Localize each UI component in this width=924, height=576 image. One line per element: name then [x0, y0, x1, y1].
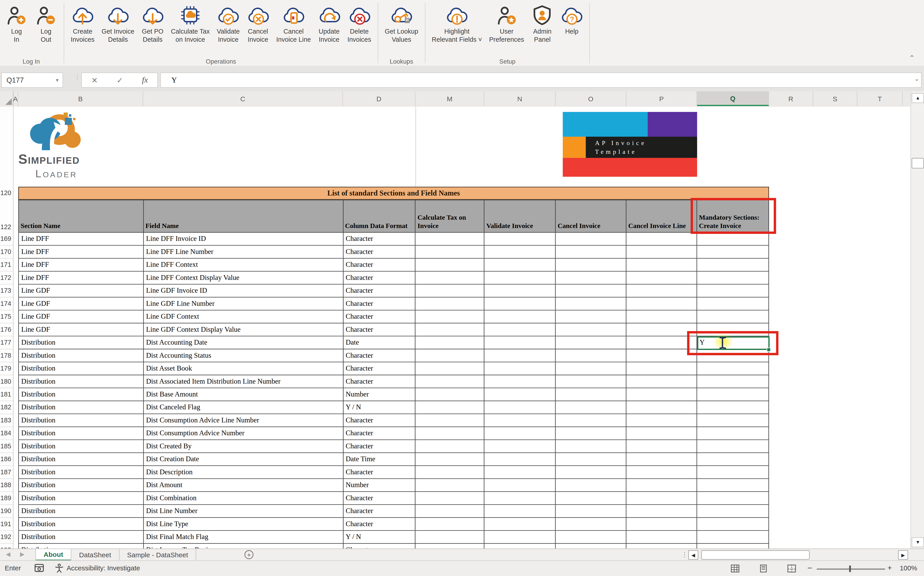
cancel-invoice-line-button[interactable]: CancelInvoice Line — [273, 1, 314, 43]
help-button[interactable]: ?Help — [557, 1, 586, 36]
cell-r170-c1[interactable]: Line DFF — [19, 246, 144, 258]
cancel-icon[interactable]: ✕ — [91, 76, 98, 85]
cell-r184-c4[interactable] — [416, 427, 485, 440]
cell-r175-c4[interactable] — [416, 310, 485, 323]
cell-r169-c6[interactable] — [556, 233, 626, 246]
cell-r184-c1[interactable]: Distribution — [19, 427, 144, 440]
cell-r186-c6[interactable] — [556, 453, 626, 466]
selection-fill-handle[interactable] — [767, 347, 770, 352]
cell-r186-c1[interactable]: Distribution — [19, 453, 144, 466]
log-in-button[interactable]: LogIn — [2, 1, 31, 43]
cell-r176-c2[interactable]: Line GDF Context Display Value — [144, 323, 343, 336]
cell-r187-c4[interactable] — [416, 466, 485, 479]
cell-r185-c4[interactable] — [416, 440, 485, 453]
sheet-tab-datasheet[interactable]: DataSheet — [72, 549, 120, 561]
column-header-P[interactable]: P — [626, 91, 697, 106]
zoom-out-icon[interactable]: − — [807, 563, 812, 573]
tab-scroll-left-icon[interactable]: ◀ — [6, 551, 10, 557]
cell-r174-c1[interactable]: Line GDF — [19, 298, 144, 310]
row-header-171[interactable]: 171 — [0, 261, 11, 268]
cell-r191-c7[interactable] — [626, 518, 697, 531]
cell-r171-c5[interactable] — [485, 259, 556, 272]
cell-r181-c1[interactable]: Distribution — [19, 388, 144, 401]
cell-r178-c5[interactable] — [485, 349, 556, 362]
row-header-120[interactable]: 120 — [0, 189, 11, 196]
cell-r191-c6[interactable] — [556, 518, 626, 531]
vertical-scroll-thumb[interactable] — [911, 158, 924, 168]
tab-scroll-right-icon[interactable]: ▶ — [20, 551, 25, 557]
cell-r193-c7[interactable] — [626, 544, 697, 549]
name-box[interactable]: Q177 ▼ — [1, 72, 63, 88]
cell-r185-c5[interactable] — [485, 440, 556, 453]
cell-r180-c8[interactable] — [697, 375, 769, 388]
cell-r190-c5[interactable] — [485, 505, 556, 518]
cell-r190-c6[interactable] — [556, 505, 626, 518]
cell-r178-c3[interactable]: Character — [343, 349, 416, 362]
cell-r184-c8[interactable] — [697, 427, 769, 440]
cell-r191-c2[interactable]: Dist Line Type — [144, 518, 343, 531]
name-box-dropdown-icon[interactable]: ▼ — [55, 78, 59, 83]
cell-r178-c4[interactable] — [416, 349, 485, 362]
horizontal-scroll-thumb[interactable] — [701, 550, 810, 560]
row-header-174[interactable]: 174 — [0, 300, 11, 307]
cell-r177-c2[interactable]: Dist Accounting Date — [144, 336, 343, 349]
cell-r171-c1[interactable]: Line DFF — [19, 259, 144, 272]
row-header-180[interactable]: 180 — [0, 378, 11, 384]
cell-r173-c1[interactable]: Line GDF — [19, 285, 144, 298]
cell-r173-c6[interactable] — [556, 285, 626, 298]
cell-r172-c8[interactable] — [697, 272, 769, 285]
row-header-173[interactable]: 173 — [0, 287, 11, 294]
scroll-down-icon[interactable]: ▼ — [911, 537, 924, 547]
cell-r179-c3[interactable]: Character — [343, 362, 416, 375]
column-header-B[interactable]: B — [18, 91, 143, 106]
cell-r189-c8[interactable] — [697, 492, 769, 505]
cell-r169-c8[interactable] — [697, 233, 769, 246]
cell-r180-c1[interactable]: Distribution — [19, 375, 144, 388]
cell-r175-c7[interactable] — [626, 310, 697, 323]
cell-r188-c2[interactable]: Dist Amount — [144, 479, 343, 492]
cell-r184-c6[interactable] — [556, 427, 626, 440]
cell-r169-c3[interactable]: Character — [343, 233, 416, 246]
cell-r177-c4[interactable] — [416, 336, 485, 349]
cell-r191-c8[interactable] — [697, 518, 769, 531]
cell-r178-c6[interactable] — [556, 349, 626, 362]
cell-r175-c5[interactable] — [485, 310, 556, 323]
cell-r193-c3[interactable]: Character — [343, 544, 416, 549]
row-header-188[interactable]: 188 — [0, 481, 11, 488]
cell-r170-c4[interactable] — [416, 246, 485, 258]
cell-r186-c3[interactable]: Date Time — [343, 453, 416, 466]
row-header-179[interactable]: 179 — [0, 365, 11, 372]
admin-panel-button[interactable]: AdminPanel — [528, 1, 557, 43]
validate-invoice-button[interactable]: ValidateInvoice — [213, 1, 243, 43]
cell-r175-c3[interactable]: Character — [343, 310, 416, 323]
cell-r181-c5[interactable] — [485, 388, 556, 401]
cell-r183-c4[interactable] — [416, 414, 485, 427]
cell-r183-c8[interactable] — [697, 414, 769, 427]
cell-r192-c8[interactable] — [697, 531, 769, 544]
cell-r171-c2[interactable]: Line DFF Context — [144, 259, 343, 272]
cell-r181-c6[interactable] — [556, 388, 626, 401]
column-header-S[interactable]: S — [813, 91, 857, 106]
cell-r170-c6[interactable] — [556, 246, 626, 258]
cell-r180-c4[interactable] — [416, 375, 485, 388]
row-header-178[interactable]: 178 — [0, 352, 11, 358]
cell-r189-c5[interactable] — [485, 492, 556, 505]
cell-r182-c3[interactable]: Y / N — [343, 401, 416, 414]
cell-r189-c1[interactable]: Distribution — [19, 492, 144, 505]
cell-r180-c5[interactable] — [485, 375, 556, 388]
cell-r174-c6[interactable] — [556, 298, 626, 310]
column-header-O[interactable]: O — [556, 91, 626, 106]
cell-r191-c5[interactable] — [485, 518, 556, 531]
cell-r170-c8[interactable] — [697, 246, 769, 258]
cell-r190-c1[interactable]: Distribution — [19, 505, 144, 518]
row-header-176[interactable]: 176 — [0, 326, 11, 333]
get-invoice-details-button[interactable]: Get InvoiceDetails — [98, 1, 138, 43]
ribbon-collapse-button[interactable]: ⌃︎ — [910, 54, 915, 62]
cell-r185-c6[interactable] — [556, 440, 626, 453]
cell-r172-c2[interactable]: Line DFF Context Display Value — [144, 272, 343, 285]
row-header-184[interactable]: 184 — [0, 429, 11, 437]
cell-r185-c2[interactable]: Dist Created By — [144, 440, 343, 453]
cell-r179-c8[interactable] — [697, 362, 769, 375]
cell-r176-c6[interactable] — [556, 323, 626, 336]
cell-r189-c6[interactable] — [556, 492, 626, 505]
